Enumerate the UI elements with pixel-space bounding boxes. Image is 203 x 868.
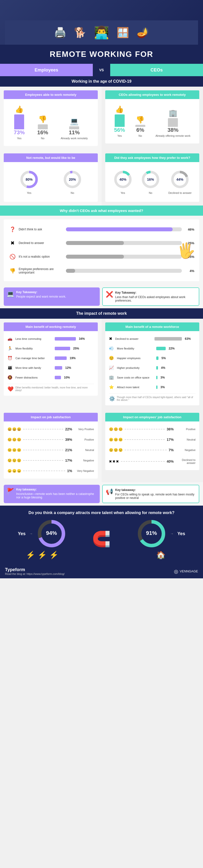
emp-benefit-2: ⏰ Can manage time better 19% — [7, 356, 94, 361]
ask-declined-label: Declined to answer — [169, 191, 192, 194]
emp-sat-pct-4: 1% — [67, 469, 72, 473]
ceo-yes-bar — [115, 115, 125, 127]
ceo-already-bar — [168, 118, 178, 127]
emp-sat-pct-2: 21% — [65, 448, 72, 452]
not-remote-donut-row: 80% Yes 20% No — [7, 166, 94, 198]
ceo-benefit-bar-4 — [156, 376, 157, 379]
why-pct-0: 46% — [184, 227, 194, 231]
thumbs-down-icon: 👎 — [37, 115, 48, 123]
ceo-benefits-note: ⚙️ Though more than half of CEOs stayed … — [109, 394, 196, 402]
ceos-label: CEOs — [110, 64, 203, 76]
emp-sat-list: 😄 😄 😄 22% Very Positive 😊 😊 😊 — [7, 425, 94, 475]
ceo-face-icon-3: 😐 — [109, 438, 113, 441]
ceo-benefits-col: Main benefit of a remote workforce ✖ Dec… — [101, 319, 203, 409]
emp-sat-row-0: 😄 😄 😄 22% Very Positive — [7, 427, 94, 431]
employees-label: Employees — [0, 64, 93, 76]
emp-faces-1: 😊 😊 😊 — [7, 438, 21, 441]
why-bars-container: ❓ Didn't think to ask 46% ✖ Declined to … — [4, 219, 199, 281]
face-icon-9: 😟 — [7, 459, 12, 462]
not-remote-header: Not remote, but would like to be — [4, 153, 98, 162]
x-circle-icon: ✖ — [9, 240, 16, 246]
ask-yes-donut: 40% Yes — [113, 169, 133, 194]
ceo-benefit-3: 📈 Higher productivity 4% — [109, 365, 196, 370]
emp-benefits-note: ❤️ Other benefits mentioned: better heal… — [7, 384, 94, 392]
face-icon-12: 😠 — [7, 469, 12, 473]
takeaway2-text: Less than half of CEOs asked employees a… — [115, 296, 196, 302]
why-track-0 — [66, 227, 182, 231]
ceo-already-label: Already offering remote work — [155, 134, 190, 137]
why-track-3 — [66, 269, 182, 273]
ceo-faces-0: 😊 😊 😊 — [109, 427, 123, 431]
ceo-sat-body: 😊 😊 😊 36% Positive 😐 😐 😐 — [105, 422, 199, 470]
ceo-sat-pct-3: 40% — [167, 460, 174, 463]
ask-body: 40% Yes 16% No 44% — [105, 162, 199, 202]
emp-yes-bar — [14, 115, 24, 129]
ceo-sat-row-2: 😟 😟 😟 7% Negative — [109, 448, 196, 452]
thumbs-down-ceo-icon: 👎 — [135, 116, 145, 124]
takeaway3-title: Key takeaway: — [16, 488, 97, 491]
ceo-benefit-label-1: More flexibility — [117, 347, 154, 350]
not-remote-yes-label: Yes — [19, 191, 39, 194]
why-section: ❓ Didn't think to ask 46% ✖ Declined to … — [0, 216, 203, 285]
emp-benefit-pct-1: 25% — [73, 347, 79, 350]
x-mark-icon: ❌ — [106, 291, 113, 298]
ceo-benefit-0: ✖ Declined to answer 63% — [109, 336, 196, 341]
emp-no-stat: 👎 16% No — [37, 115, 48, 140]
face-icon-13: 😠 — [12, 469, 17, 473]
takeaway2-title: Key Takeaway: — [115, 291, 196, 294]
emp-faces-3: 😟 😟 😟 — [7, 459, 21, 462]
ceo-benefit-label-5: Attract more talent — [117, 386, 154, 389]
ask-header: Did they ask employees how they prefer t… — [105, 153, 199, 162]
emp-no-pct: 16% — [37, 129, 48, 136]
ceo-benefit-pct-4: 3% — [160, 376, 165, 379]
ceo-benefit-5: ⭐ Attract more talent 3% — [109, 385, 196, 390]
why-header: Why didn't CEOs ask what employees wante… — [0, 206, 203, 216]
emp-sat-col: Impact on job satisfaction 😄 😄 😄 22% Ver… — [0, 409, 101, 482]
footer-brand: Typeform — [5, 567, 65, 572]
magnet-icon: 🧲 — [92, 530, 111, 548]
lightning1-icon: ⚡ — [26, 551, 35, 559]
why-label-2: It's not a realistic option — [19, 255, 64, 258]
why-fill-0 — [66, 227, 173, 231]
ask-no-text: 16% — [147, 178, 154, 181]
talent-emp-pct-text: 94% — [46, 530, 57, 536]
ceo-sat-pct-1: 17% — [167, 438, 174, 441]
ceo-benefit-label-0: Declined to answer — [115, 337, 152, 340]
emp-already-label: Already work remotely — [61, 137, 88, 140]
face-icon-3: 😊 — [7, 438, 12, 441]
why-pct-3: 4% — [184, 269, 194, 273]
ceo-face-icon-4: 😐 — [114, 438, 118, 441]
ceo-sat-label-1: Neutral — [176, 438, 196, 441]
emp-faces-4: 😠 😠 😠 — [7, 469, 21, 473]
ceo-sat-col: Impact on employees' job satisfaction 😊 … — [101, 409, 203, 482]
ceo-sat-pct-2: 7% — [169, 448, 174, 452]
ceo-faces-2: 😟 😟 😟 — [109, 448, 123, 452]
footer-url: Read the blog at: https://www.typeform.c… — [5, 572, 65, 576]
face-icon-4: 😊 — [12, 438, 17, 441]
ceo-sat-label-0: Positive — [176, 428, 196, 431]
ceo-faces-1: 😐 😐 😐 — [109, 438, 123, 441]
ceo-already-pct: 38% — [155, 127, 190, 133]
employees-remote-header: Employees able to work remotely — [4, 90, 98, 99]
star-icon: ⭐ — [109, 385, 114, 390]
why-fill-3 — [66, 269, 75, 273]
not-remote-no-label: No — [62, 191, 82, 194]
ceo-yes-label: Yes — [114, 134, 125, 137]
face-icon-1: 😄 — [12, 427, 17, 431]
emp-already-bar — [69, 126, 79, 129]
ceo-dash-2 — [125, 450, 167, 450]
stop-hand-icon: 🖐️ — [177, 242, 196, 259]
lightning3-icon: ⚡ — [49, 551, 58, 559]
ceo-face-icon-11: ✖ — [116, 460, 119, 463]
house-icon: 🏠 — [156, 551, 166, 559]
emp-benefit-pct-2: 19% — [70, 356, 76, 360]
talent-donuts-row: Yes → 94% ⚡ ⚡ ⚡ 🧲 91% — [5, 519, 198, 559]
why-row-2: 🚫 It's not a realistic option 25% — [9, 254, 194, 260]
ceos-remote-col: CEOs allowing employees to work remotely… — [101, 87, 203, 150]
ceo-benefits-list: ✖ Declined to answer 63% 💨 More flexibil… — [109, 335, 196, 391]
emp-sat-header: Impact on job satisfaction — [4, 413, 98, 422]
emp-benefit-bar-3 — [55, 366, 62, 370]
emp-sat-label-1: Positive — [74, 438, 94, 441]
person-working-icon: 👨‍💻 — [94, 25, 109, 40]
takeaway4-text: For CEOs willing to speak up, remote wor… — [115, 493, 196, 500]
